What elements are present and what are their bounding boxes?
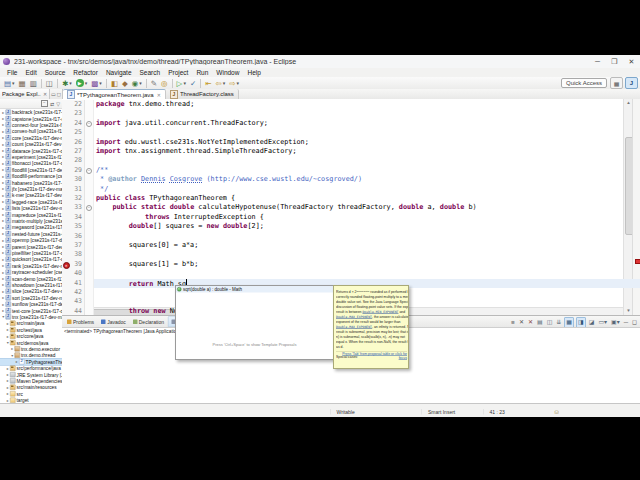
open-perspective-button[interactable]: ▦ [610, 77, 623, 89]
code-line-29[interactable]: 29−/** [62, 166, 640, 175]
tree-item-connect-four[interactable]: ▸connect-four [cse231s-f17- [0, 122, 62, 128]
tree-item-sort[interactable]: ▸sort [cse231s-f17-dev-mas [0, 295, 62, 301]
code-line-35[interactable]: 35 double[] squares = new double[2]; [62, 222, 640, 231]
code-line-39[interactable]: 39 squares[1] = b*b; [62, 260, 640, 269]
java-perspective-button[interactable]: J [625, 77, 638, 89]
view-tab-declaration[interactable]: Declaration [130, 317, 167, 327]
build-all-button[interactable]: ◫ [44, 77, 55, 90]
collapse-icon[interactable]: − [86, 121, 92, 127]
open-console-button[interactable]: ▣▾ [610, 318, 621, 327]
tree-item-habanero[interactable]: ▸habanero [cse231s-f17-dev [0, 179, 62, 185]
run-button[interactable]: ▶▾ [74, 77, 90, 90]
tree-item-src-performance-java[interactable]: ▸src/performance/java [0, 365, 62, 371]
clear-console-button[interactable]: ▤ [536, 318, 544, 327]
code-line-25[interactable]: 25 [62, 128, 640, 137]
code-line-36[interactable]: 36 [62, 232, 640, 241]
maximize-view-icon[interactable]: ◻ [57, 91, 61, 97]
tree-item-capstone[interactable]: ▸capstone [cse231s-f17-dev- [0, 115, 62, 121]
close-button[interactable]: ✕ [623, 55, 640, 68]
collapse-all-icon[interactable]: − [41, 100, 48, 107]
scroll-lock-button[interactable]: ◫ [546, 318, 554, 327]
code-line-40[interactable]: 40 [62, 269, 640, 278]
tree-item-floodfill[interactable]: ▸floodfill [cse231s-f17-dev- [0, 167, 62, 173]
back-button[interactable]: ⇦▾ [214, 77, 228, 90]
new-package-button[interactable]: ◆ [120, 77, 130, 90]
code-line-33[interactable]: 33− public static double calculateHypote… [62, 203, 640, 212]
search-button[interactable]: ◎ [159, 77, 170, 90]
code-line-31[interactable]: 31 */ [62, 185, 640, 194]
code-line-32[interactable]: 32public class TPythagoreanTheorem { [62, 194, 640, 203]
maximize-view-button[interactable]: ◻ [631, 318, 638, 327]
tree-item-scan-demo[interactable]: ▸scan-demo [cse231s-f17-d [0, 275, 62, 281]
editor-tab-tpythagoreantheorem-java[interactable]: J*TPythagoreanTheorem.java✕ [63, 89, 166, 99]
tree-item-count[interactable]: ▸count [cse231s-f17-dev-ma [0, 141, 62, 147]
annotations-button[interactable]: ✓ [188, 77, 198, 90]
code-line-34[interactable]: 34 throws InterruptedException { [62, 213, 640, 222]
tree-item-pixelfilter[interactable]: ▸pixelfilter [cse231s-f17-dev [0, 250, 62, 256]
tree-item-jfx[interactable]: ▸jfx [cse231s-f17-dev-maste [0, 186, 62, 192]
view-tab-javadoc[interactable]: Javadoc [98, 317, 129, 327]
close-view-icon[interactable]: ✕ [43, 91, 47, 97]
tree-item-test-core[interactable]: ▸test-core [cse231s-f17-dev [0, 307, 62, 313]
tree-item-maven[interactable]: ▸Maven Dependencies [0, 378, 62, 384]
code-line-37[interactable]: 37 squares[0] = a*a; [62, 241, 640, 250]
close-tab-icon[interactable]: ✕ [157, 92, 161, 98]
remove-all-terminated-button[interactable]: ✕ [527, 318, 534, 327]
new-java-project-button[interactable]: ◧ [109, 77, 120, 90]
code-line-38[interactable]: 38 [62, 250, 640, 259]
tree-item-fibonacci[interactable]: ▸fibonacci [cse231s-f17-dev [0, 160, 62, 166]
tree-item-nested-future[interactable]: ▸nested-future [cse231s-f17 [0, 231, 62, 237]
tree-item-parent[interactable]: ▸parent [cse231s-f17-dev-m [0, 243, 62, 249]
proposal-sqrtdouble[interactable]: sqrt(double a) : double - Math [176, 286, 333, 293]
tree-item-lists[interactable]: ▸lists [cse231s-f17-dev-mas [0, 205, 62, 211]
code-line-30[interactable]: 30 * @author Dennis Cosgrove (http://www… [62, 175, 640, 184]
last-edit-location-button[interactable]: ⇤ [203, 77, 213, 90]
external-tools-button[interactable]: ▷▾ [175, 77, 188, 90]
tree-item-experiment[interactable]: ▸experiment [cse231s-f17-d [0, 154, 62, 160]
collapse-icon[interactable]: − [86, 205, 92, 211]
quick-access-button[interactable]: Quick Access [561, 78, 607, 88]
tree-item-mapreduce[interactable]: ▸mapreduce [cse231s-f17-d [0, 211, 62, 217]
tree-item-core[interactable]: ▸core [cse231s-f17-dev-mas [0, 135, 62, 141]
package-explorer-tab[interactable]: Package Expl... ✕ [0, 89, 50, 99]
tree-item-datarace[interactable]: ▸datarace [cse231s-f17-dev- [0, 147, 62, 153]
new-class-button[interactable]: ◉▾ [130, 77, 144, 90]
print-button[interactable]: ▥ [28, 77, 39, 90]
tree-item-megaword[interactable]: ▸megaword [cse231s-f17-de [0, 224, 62, 230]
code-line-28[interactable]: 28 [62, 156, 640, 165]
code-line-27[interactable]: 27import tnx.assignment.thread.SimpleThr… [62, 147, 640, 156]
tree-item-convex-hull[interactable]: ▸convex-hull [cse231s-f17-d [0, 128, 62, 134]
minimize-view-icon[interactable]: ▭ [51, 91, 56, 97]
tree-item-tnx[interactable]: ▾tnx [cse231s-f17-dev-mas [0, 314, 62, 320]
show-on-output-button[interactable]: ▦ [564, 317, 574, 328]
debug-button[interactable]: ✱▾ [60, 77, 74, 90]
tree-item-legged-race[interactable]: ▸legged-race [cse231s-f17-d [0, 199, 62, 205]
tree-item-openmp[interactable]: ▸openmp [cse231s-f17-dev- [0, 237, 62, 243]
tree-item-sunflow[interactable]: ▸sunflow [cse231s-f17-dev- [0, 301, 62, 307]
code-line-26[interactable]: 26import edu.wustl.cse231s.NotYetImpleme… [62, 138, 640, 147]
minimize-button[interactable]: ─ [589, 55, 606, 68]
tree-item-tnx-demo-thread[interactable]: ▾tnx.demo.thread [0, 352, 62, 358]
maximize-button[interactable]: ❒ [606, 55, 623, 68]
minimize-view-button[interactable]: ─ [623, 318, 629, 327]
tree-item-floodfill-performance[interactable]: ▸floodfill-performance [cse2 [0, 173, 62, 179]
tree-item-jre[interactable]: ▸JRE System Library [JavaS [0, 371, 62, 377]
tree-item-raytracer-scheduler[interactable]: ▸raytracer-scheduler [cse23 [0, 269, 62, 275]
tree-item-tnx-demo-executor[interactable]: ▸tnx.demo.executor [0, 346, 62, 352]
editor-tab-threadfactory-class[interactable]: JThreadFactory.class [166, 89, 239, 99]
tree-item-backtrack[interactable]: ▸backtrack [cse231s-f17-dev- [0, 109, 62, 115]
coverage-button[interactable]: ▩▾ [89, 77, 104, 90]
pin-console-button[interactable]: ◪ [588, 318, 596, 327]
tree-item-quicksort[interactable]: ▸quicksort [cse231s-f17-dev [0, 256, 62, 262]
tree-item-showdown[interactable]: ▸showdown [cse231s-f17-de [0, 282, 62, 288]
code-line-24[interactable]: 24−import java.util.concurrent.ThreadFac… [62, 119, 640, 128]
tree-item-src-main-resources[interactable]: ▸src/main/resources [0, 384, 62, 390]
view-menu-icon[interactable]: ▽ [56, 100, 60, 108]
view-tab-problems[interactable]: Problems [64, 317, 97, 327]
code-editor[interactable]: ▲ ▼ 22package tnx.demo.thread;2324−impor… [62, 99, 640, 315]
word-wrap-button[interactable]: ⇊ [555, 318, 562, 327]
tree-item-slice[interactable]: ▸slice [cse231s-f17-dev-mas [0, 288, 62, 294]
open-task-button[interactable]: ✎ [149, 77, 159, 90]
javadoc-footer-link[interactable]: Press 'Tab' from proposal table or click… [336, 351, 407, 359]
forward-button[interactable]: ⇨▾ [227, 77, 241, 90]
